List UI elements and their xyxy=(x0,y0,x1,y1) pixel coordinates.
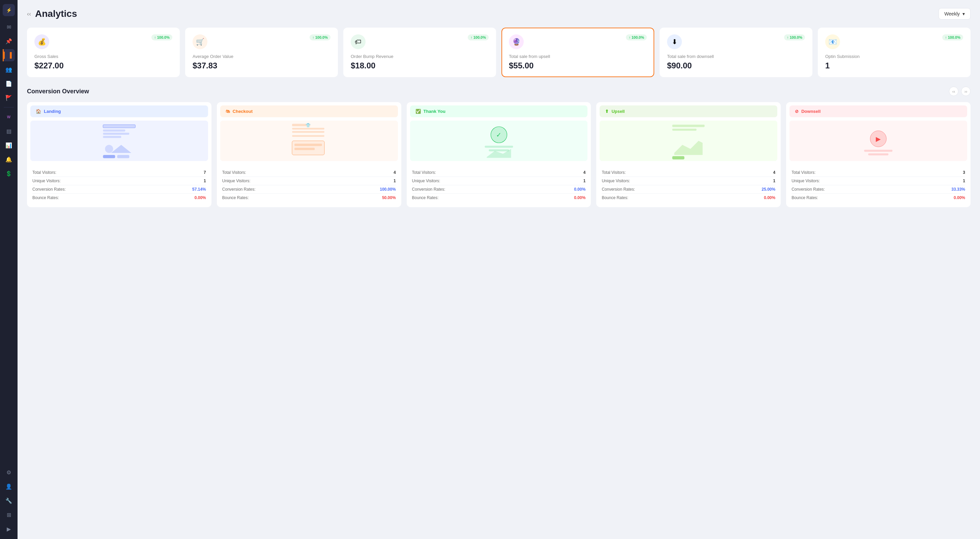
stat-badge: ↑ 100.0% xyxy=(942,34,963,40)
weekly-dropdown[interactable]: Weekly ▾ xyxy=(939,8,970,19)
stat-label: Total sale from downsell xyxy=(667,54,805,59)
stat-icon: ⬇ xyxy=(667,34,682,49)
conv-stat-value: 1 xyxy=(584,179,586,183)
svg-rect-28 xyxy=(869,153,889,155)
conv-stat-row: Bounce Rates: 50.00% xyxy=(222,194,396,202)
sidebar-logo[interactable]: ⚡ xyxy=(3,4,15,16)
conv-card-header: 🏠 Landing xyxy=(30,105,208,117)
stat-card-4: ⬇ ↑ 100.0% Total sale from downsell $90.… xyxy=(660,28,812,77)
nav-next-button[interactable]: ›› xyxy=(961,87,970,96)
conv-card-label: Thank You xyxy=(423,109,445,114)
conv-stats: Total Visitors: 4 Unique Visitors: 1 Con… xyxy=(217,164,401,202)
conv-stat-row: Conversion Rates: 57.14% xyxy=(32,185,206,194)
sidebar-bottom: ⚙ 👤 🔧 ⊞ ▶ xyxy=(3,466,15,535)
svg-text:👕: 👕 xyxy=(305,123,310,128)
svg-rect-21 xyxy=(673,125,705,127)
conv-stat-row: Conversion Rates: 0.00% xyxy=(412,185,586,194)
sidebar-icon-flag[interactable]: 🚩 xyxy=(3,92,15,104)
sidebar-icon-grid[interactable]: ⊞ xyxy=(3,509,15,521)
conv-stat-row: Total Visitors: 4 xyxy=(412,168,586,177)
conv-stat-value: 4 xyxy=(584,170,586,175)
sidebar-icon-group[interactable]: 👥 xyxy=(3,63,15,76)
stat-card-top: 🏷 ↑ 100.0% xyxy=(351,34,488,49)
stat-icon: 🏷 xyxy=(351,34,366,49)
nav-prev-button[interactable]: ‹‹ xyxy=(949,87,958,96)
conv-stat-label: Unique Visitors: xyxy=(222,179,251,183)
sidebar-icon-dollar[interactable]: 💲 xyxy=(3,167,15,179)
svg-rect-14 xyxy=(294,144,322,146)
conv-stat-value: 57.14% xyxy=(192,187,206,192)
stat-card-top: 📧 ↑ 100.0% xyxy=(825,34,963,49)
stat-card-1: 🛒 ↑ 100.0% Average Order Value $37.83 xyxy=(185,28,338,77)
conv-preview xyxy=(30,120,208,161)
stat-card-5: 📧 ↑ 100.0% Optin Submission 1 xyxy=(818,28,970,77)
section-title: Conversion Overview xyxy=(27,88,89,95)
conv-stat-row: Conversion Rates: 25.00% xyxy=(601,185,775,194)
main-content: ‹‹ Analytics Weekly ▾ 💰 ↑ 100.0% Gross S… xyxy=(18,0,980,539)
conv-stat-value: 0.00% xyxy=(574,187,585,192)
stat-card-top: 🛒 ↑ 100.0% xyxy=(192,34,331,49)
sidebar-icon-pin[interactable]: 📌 xyxy=(3,35,15,47)
conv-stat-label: Bounce Rates: xyxy=(222,195,249,200)
conversion-card-checkout: 🛍 Checkout 👕 Total Visitors: 4 Unique Vi… xyxy=(217,102,401,207)
sidebar-icon-woo[interactable]: W xyxy=(3,111,15,123)
stat-value: $37.83 xyxy=(192,61,331,70)
conv-card-label: Checkout xyxy=(233,109,253,114)
svg-rect-10 xyxy=(292,131,325,133)
conv-stats: Total Visitors: 3 Unique Visitors: 1 Con… xyxy=(786,164,970,202)
conv-stat-row: Bounce Rates: 0.00% xyxy=(412,194,586,202)
conv-stat-row: Unique Visitors: 1 xyxy=(791,177,965,185)
svg-rect-1 xyxy=(103,129,125,132)
stat-card-top: ⬇ ↑ 100.0% xyxy=(667,34,805,49)
conv-stat-value: 0.00% xyxy=(764,195,775,200)
conv-stats: Total Visitors: 4 Unique Visitors: 1 Con… xyxy=(407,164,591,202)
conv-stat-value: 0.00% xyxy=(194,195,206,200)
conversion-card-thankyou: ✅ Thank You ✓ Total Visitors: 4 Unique V… xyxy=(407,102,591,207)
conv-stat-value: 25.00% xyxy=(762,187,775,192)
sidebar-icon-page[interactable]: 📄 xyxy=(3,78,15,90)
sidebar-icon-play[interactable]: ▶ xyxy=(3,523,15,535)
svg-rect-2 xyxy=(103,133,129,135)
stat-value: $227.00 xyxy=(34,61,172,70)
conv-card-label: Upsell xyxy=(611,109,625,114)
sidebar-icon-active[interactable]: ▐ xyxy=(3,49,15,61)
stat-icon: 📧 xyxy=(825,34,840,49)
conversion-overview-section: Conversion Overview ‹‹ ›› 🏠 Landing xyxy=(27,87,970,207)
sidebar-icon-user[interactable]: 👤 xyxy=(3,480,15,493)
stat-card-0: 💰 ↑ 100.0% Gross Sales $227.00 xyxy=(27,28,180,77)
sidebar-icon-bell[interactable]: 🔔 xyxy=(3,153,15,165)
conv-stats: Total Visitors: 4 Unique Visitors: 1 Con… xyxy=(596,164,781,202)
stat-value: $55.00 xyxy=(509,61,647,70)
sidebar-icon-mail[interactable]: ✉ xyxy=(3,21,15,33)
conv-card-header: ✅ Thank You xyxy=(410,105,588,117)
sidebar-icon-settings[interactable]: ⚙ xyxy=(3,466,15,478)
stat-badge: ↑ 100.0% xyxy=(626,34,647,40)
conv-stat-value: 50.00% xyxy=(382,195,396,200)
svg-text:✓: ✓ xyxy=(496,132,501,138)
conv-stat-row: Total Visitors: 3 xyxy=(791,168,965,177)
stat-label: Optin Submission xyxy=(825,54,963,59)
conv-card-label: Downsell xyxy=(801,109,821,114)
conv-stats: Total Visitors: 7 Unique Visitors: 1 Con… xyxy=(27,164,212,202)
conv-preview: ▶ xyxy=(789,120,967,161)
conv-card-icon: ⊘ xyxy=(795,109,799,114)
sidebar-icon-tool[interactable]: 🔧 xyxy=(3,495,15,507)
svg-rect-0 xyxy=(103,125,135,128)
conv-stat-label: Total Visitors: xyxy=(791,170,815,175)
page-header: ‹‹ Analytics Weekly ▾ xyxy=(27,8,970,19)
svg-marker-23 xyxy=(675,141,703,155)
conv-stat-label: Total Visitors: xyxy=(601,170,625,175)
conv-stat-label: Unique Visitors: xyxy=(791,179,820,183)
sidebar-icon-chart[interactable]: 📊 xyxy=(3,139,15,151)
section-header: Conversion Overview ‹‹ ›› xyxy=(27,87,970,96)
back-button[interactable]: ‹‹ xyxy=(27,10,31,17)
conversion-card-landing: 🏠 Landing Total Visitors: 7 Unique Visit… xyxy=(27,102,212,207)
nav-arrows: ‹‹ ›› xyxy=(949,87,970,96)
conv-stat-value: 0.00% xyxy=(574,195,585,200)
stat-badge: ↑ 100.0% xyxy=(468,34,488,40)
stat-icon: 🔮 xyxy=(509,34,524,49)
stat-label: Gross Sales xyxy=(34,54,172,59)
sidebar-icon-layers[interactable]: ▤ xyxy=(3,125,15,137)
svg-rect-18 xyxy=(485,146,513,147)
stat-label: Order Bump Revenue xyxy=(351,54,488,59)
